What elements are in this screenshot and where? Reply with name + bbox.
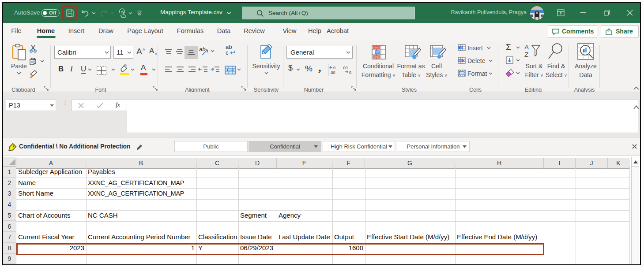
svg-text:0: 0 [333,66,335,70]
svg-text:0: 0 [349,70,351,74]
svg-text:.00: .00 [342,66,348,70]
svg-text:A: A [524,43,529,51]
svg-text:.00: .00 [330,70,335,74]
svg-text:Z: Z [524,51,528,58]
